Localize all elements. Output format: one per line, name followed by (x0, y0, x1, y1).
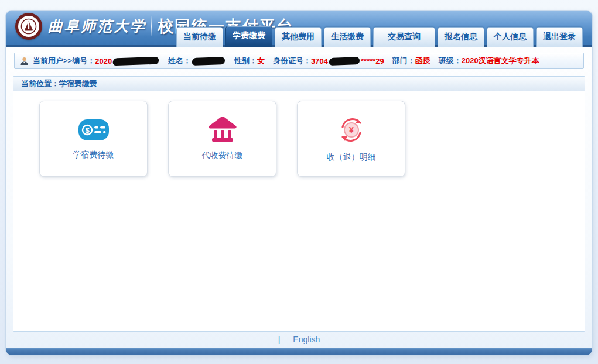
tab-current-due[interactable]: 当前待缴 (176, 27, 223, 47)
card-grid: $ 学宿费待缴 (13, 91, 585, 177)
card-agency-fees-due[interactable]: 代收费待缴 (168, 101, 276, 177)
breadcrumb: 当前位置：学宿费缴费 (13, 77, 585, 91)
redaction-scribble (192, 57, 226, 66)
user-info-bar: 当前用户>>编号：2020 姓名： 性别：女 身份证号：3704*****29 … (14, 53, 584, 69)
nav-tabs: 当前待缴 学费缴费 其他费用 生活缴费 交易查询 报名信息 个人信息 退出登录 (176, 26, 583, 47)
tab-transaction-query[interactable]: 交易查询 (373, 27, 435, 47)
main-panel: 曲阜师范大学 校园统一支付平台 当前待缴 学费缴费 其他费用 生活缴费 交易查询… (6, 11, 592, 355)
university-seal-icon (19, 16, 39, 36)
card-label: 代收费待缴 (202, 150, 243, 161)
user-field-id-card: 身份证号：3704*****29 (273, 56, 384, 66)
tab-other-fees[interactable]: 其他费用 (275, 27, 322, 47)
tab-registration-info[interactable]: 报名信息 (438, 27, 484, 47)
breadcrumb-label: 当前位置：学宿费缴费 (21, 78, 97, 89)
university-logo (15, 13, 42, 40)
language-link-english[interactable]: English (293, 335, 320, 344)
user-field-class: 班级：2020汉语言文学专升本 (439, 56, 539, 66)
user-field-department: 部门：函授 (392, 56, 430, 66)
tab-logout[interactable]: 退出登录 (536, 27, 583, 47)
card-receipt-refund-detail[interactable]: ¥ 收（退）明细 (297, 101, 405, 177)
user-field-id: 当前用户>>编号：2020 (33, 56, 160, 66)
tab-living-payment[interactable]: 生活缴费 (324, 27, 371, 47)
bank-icon (209, 117, 237, 143)
card-tuition-dorm-due[interactable]: $ 学宿费待缴 (39, 101, 148, 177)
user-avatar-icon (20, 57, 29, 66)
user-prefix: 当前用户>> (33, 56, 72, 66)
refund-cycle-icon: ¥ (337, 115, 366, 145)
bottom-bar (6, 348, 592, 355)
header: 曲阜师范大学 校园统一支付平台 当前待缴 学费缴费 其他费用 生活缴费 交易查询… (6, 11, 592, 47)
header-divider (151, 16, 152, 36)
card-label: 学宿费待缴 (73, 150, 114, 160)
tab-personal-info[interactable]: 个人信息 (487, 27, 534, 47)
content-panel: 当前位置：学宿费缴费 $ (13, 76, 585, 332)
footer: | English (6, 333, 592, 346)
language-separator: | (278, 335, 281, 344)
user-field-name: 姓名： (168, 56, 226, 66)
svg-text:¥: ¥ (349, 125, 354, 135)
payment-platform-page: 曲阜师范大学 校园统一支付平台 当前待缴 学费缴费 其他费用 生活缴费 交易查询… (0, 0, 598, 364)
svg-text:$: $ (85, 126, 90, 135)
redaction-scribble (329, 57, 361, 66)
university-name: 曲阜师范大学 (48, 16, 146, 36)
bill-dollar-icon: $ (77, 118, 111, 142)
card-label: 收（退）明细 (327, 152, 376, 163)
redaction-scribble (112, 56, 160, 66)
user-field-gender: 性别：女 (234, 56, 265, 66)
tab-tuition-payment[interactable]: 学费缴费 (225, 26, 272, 47)
